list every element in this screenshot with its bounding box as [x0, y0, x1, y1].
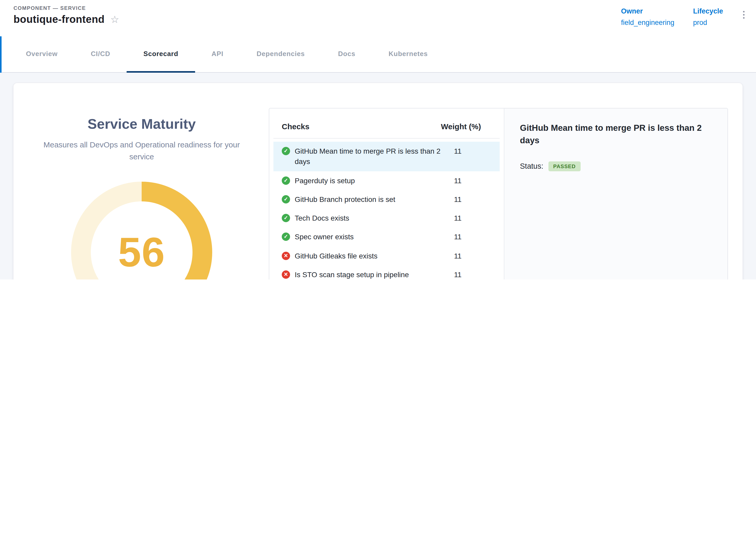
kebab-menu-icon[interactable] [742, 7, 746, 22]
tabs: OverviewCI/CDScorecardAPIDependenciesDoc… [0, 36, 756, 73]
check-weight: 11 [454, 213, 481, 223]
check-label: Is STO scan stage setup in pipeline [295, 269, 449, 280]
lifecycle-block: Lifecycle prod [693, 7, 723, 26]
left-nav-accent-top [0, 36, 2, 73]
check-label: Pagerduty is setup [295, 175, 449, 186]
check-row[interactable]: ✕Is STO scan stage setup in pipeline11 [273, 265, 500, 280]
checks-column-header: Checks [282, 122, 310, 131]
checks-panel: Checks Weight (%) ✓GitHub Mean time to m… [269, 108, 728, 280]
check-weight: 11 [454, 269, 481, 280]
tab-overview[interactable]: Overview [9, 36, 74, 73]
score-donut: 56 [71, 181, 212, 280]
maturity-summary: Service Maturity Measures all DevOps and… [20, 101, 264, 280]
scorecard-detail-column: Checks Weight (%) ✓GitHub Mean time to m… [264, 101, 728, 280]
tab-docs[interactable]: Docs [321, 36, 372, 73]
check-passed-icon: ✓ [282, 147, 290, 155]
tab-api[interactable]: API [195, 36, 240, 73]
check-row[interactable]: ✕GitHub Gitleaks file exists11 [273, 247, 500, 266]
check-label: GitHub Gitleaks file exists [295, 251, 449, 261]
lifecycle-label: Lifecycle [693, 7, 723, 15]
scorecard-card: Service Maturity Measures all DevOps and… [13, 83, 743, 280]
check-row[interactable]: ✓GitHub Mean time to merge PR is less th… [273, 142, 500, 171]
score-donut-hole: 56 [91, 201, 192, 280]
check-failed-icon: ✕ [282, 252, 290, 260]
owner-link[interactable]: field_engineering [621, 19, 674, 26]
checks-list-panel: Checks Weight (%) ✓GitHub Mean time to m… [269, 109, 504, 280]
checks-list: ✓GitHub Mean time to merge PR is less th… [273, 139, 500, 280]
check-detail-title: GitHub Mean time to merge PR is less tha… [520, 122, 703, 147]
main-content: Service Maturity Measures all DevOps and… [0, 73, 756, 280]
page-header: COMPONENT — SERVICE boutique-frontend ☆ … [0, 0, 756, 36]
check-row[interactable]: ✓Tech Docs exists11 [273, 209, 500, 228]
check-weight: 11 [454, 232, 481, 242]
check-passed-icon: ✓ [282, 233, 290, 241]
score-value: 56 [118, 228, 165, 276]
scorecard-subtitle: Measures all DevOps and Operational read… [33, 139, 251, 163]
check-weight: 11 [454, 194, 481, 205]
weight-column-header: Weight (%) [441, 122, 481, 131]
owner-label: Owner [621, 7, 674, 15]
scorecard-title: Service Maturity [20, 116, 264, 132]
entity-meta: Owner field_engineering Lifecycle prod [621, 5, 746, 26]
page-title: boutique-frontend [14, 14, 105, 25]
check-passed-icon: ✓ [282, 176, 290, 184]
check-row[interactable]: ✓GitHub Branch protection is set11 [273, 190, 500, 209]
check-label: GitHub Mean time to merge PR is less tha… [295, 146, 449, 167]
tab-scorecard[interactable]: Scorecard [127, 36, 195, 73]
check-row[interactable]: ✓Spec owner exists11 [273, 228, 500, 247]
check-weight: 11 [454, 175, 481, 186]
tab-ci-cd[interactable]: CI/CD [74, 36, 127, 73]
check-label: Tech Docs exists [295, 213, 449, 223]
app: COMPONENT — SERVICE boutique-frontend ☆ … [0, 0, 756, 280]
checks-table-header: Checks Weight (%) [273, 119, 500, 139]
check-passed-icon: ✓ [282, 195, 290, 203]
check-label: Spec owner exists [295, 232, 449, 242]
check-weight: 11 [454, 146, 481, 156]
star-icon[interactable]: ☆ [110, 15, 119, 24]
tab-kubernetes[interactable]: Kubernetes [372, 36, 444, 73]
check-detail-panel: GitHub Mean time to merge PR is less tha… [504, 109, 728, 280]
check-row[interactable]: ✓Pagerduty is setup11 [273, 171, 500, 190]
status-badge: PASSED [548, 161, 580, 171]
tab-dependencies[interactable]: Dependencies [240, 36, 321, 73]
entity-title-block: COMPONENT — SERVICE boutique-frontend ☆ [14, 5, 119, 25]
lifecycle-value: prod [693, 19, 723, 26]
status-label: Status: [520, 162, 543, 171]
check-failed-icon: ✕ [282, 270, 290, 279]
check-weight: 11 [454, 251, 481, 261]
check-status-row: Status: PASSED [520, 161, 712, 171]
breadcrumb: COMPONENT — SERVICE [14, 5, 119, 11]
check-passed-icon: ✓ [282, 214, 290, 222]
check-label: GitHub Branch protection is set [295, 194, 449, 205]
owner-block: Owner field_engineering [621, 7, 674, 26]
